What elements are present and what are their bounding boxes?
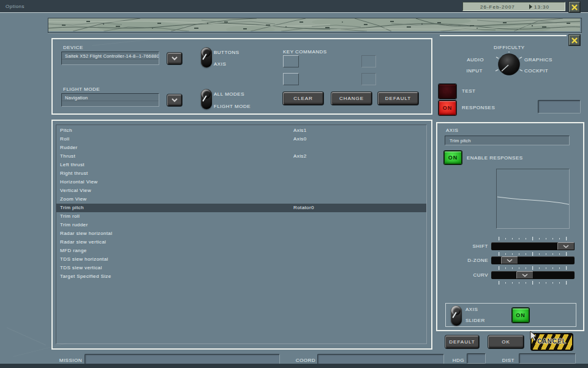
list-item[interactable]: Trim rudder (56, 221, 426, 229)
shift-slider[interactable] (491, 242, 575, 250)
test-button[interactable]: ON (439, 84, 456, 99)
flight-mode-label: FLIGHT MODE (63, 86, 100, 92)
flight-mode-dropdown-button[interactable] (167, 94, 182, 106)
list-item[interactable]: PitchAxis1 (56, 126, 426, 135)
list-item[interactable]: Radar slew horizontal (56, 229, 426, 238)
axis-panel-label: AXIS (446, 128, 458, 133)
axis-slider-on-button[interactable]: ON (512, 308, 529, 323)
key-command-slot-2[interactable] (283, 73, 299, 85)
list-item[interactable]: Radar slew vertical (56, 238, 426, 247)
curv-slider-handle[interactable] (516, 271, 533, 279)
chevron-down-icon (522, 274, 528, 277)
list-item[interactable]: RollAxis0 (56, 135, 426, 144)
axis-option-label: AXIS (214, 61, 226, 67)
response-curve-graph (496, 169, 570, 229)
clear-button[interactable]: CLEAR (283, 92, 323, 105)
response-curve-line (497, 197, 569, 205)
flight-mode-option-label: FLIGHT MODE (214, 104, 251, 109)
list-item[interactable]: MFD range (56, 247, 426, 255)
scratch-decoration (7, 328, 46, 345)
list-item-selected[interactable]: Trim pitchRotator0 (56, 204, 426, 212)
slider-ruler (499, 281, 567, 285)
chevron-down-icon (507, 259, 513, 263)
bottom-bar (0, 364, 588, 368)
key-command-slot-3[interactable] (361, 55, 376, 67)
list-item[interactable]: Trim roll (56, 212, 426, 221)
graphics-label: GRAPHICS (524, 57, 552, 63)
list-item[interactable]: Vertical View (56, 186, 426, 195)
mission-label: MISSION (55, 358, 82, 363)
buttons-axis-toggle[interactable] (201, 47, 212, 67)
key-default-button[interactable]: DEFAULT (378, 92, 418, 105)
list-item[interactable]: TDS slew vertical (56, 264, 426, 272)
responses-label: RESPONSES (462, 105, 495, 110)
list-item[interactable]: Horizontal View (56, 178, 426, 186)
slider-ruler (499, 237, 567, 240)
chevron-down-icon (171, 56, 178, 61)
axis-toggle-label: AXIS (466, 307, 478, 312)
list-item[interactable]: Target Specified Size (56, 272, 426, 281)
difficulty-title: DIFFICULTY (494, 45, 525, 50)
date-text: 26-Feb-2007 (480, 4, 515, 10)
dist-label: DIST (488, 358, 514, 363)
close-icon (571, 4, 578, 10)
device-select[interactable]: Saitek X52 Flight Controller-14-8--1-766… (61, 52, 159, 65)
chevron-down-icon (563, 245, 569, 248)
hdg-field[interactable] (467, 353, 486, 364)
change-button[interactable]: CHANGE (331, 92, 372, 105)
time-text: 13:30 (529, 4, 549, 10)
key-command-slot-1[interactable] (283, 55, 299, 67)
cockpit-label: COCKPIT (524, 68, 548, 74)
key-command-slot-4[interactable] (361, 73, 376, 85)
input-label: INPUT (463, 68, 483, 74)
map-strip (48, 18, 582, 33)
titlebar: Options 26-Feb-2007 13:30 (0, 0, 588, 13)
axis-list: PitchAxis1 RollAxis0 Rudder ThrustAxis2 … (56, 125, 427, 344)
divider-line (440, 35, 567, 36)
dzone-label: D-ZONE (461, 258, 488, 263)
buttons-label: BUTTONS (214, 50, 239, 55)
difficulty-knob[interactable] (469, 52, 549, 79)
window-title: Options (6, 4, 24, 9)
modes-toggle[interactable] (201, 89, 212, 109)
list-item[interactable]: ThrustAxis2 (56, 152, 426, 161)
key-commands-label: KEY COMMANDS (283, 49, 327, 55)
dzone-slider[interactable] (491, 256, 575, 264)
dzone-slider-handle[interactable] (501, 256, 518, 264)
list-item[interactable]: Right thrust (56, 169, 426, 178)
mission-field[interactable] (85, 354, 280, 364)
slider-toggle-label: SLIDER (466, 318, 485, 323)
dist-field[interactable] (519, 353, 576, 364)
datetime-display: 26-Feb-2007 13:30 (462, 2, 565, 11)
device-dropdown-button[interactable] (167, 53, 182, 64)
list-item[interactable]: TDS slew horizontal (56, 255, 426, 264)
default-button[interactable]: DEFAULT (445, 335, 479, 348)
chevron-down-icon (171, 98, 178, 102)
list-item[interactable]: Left thrust (56, 161, 426, 169)
curv-slider[interactable] (491, 271, 575, 279)
scratch-decoration (13, 343, 67, 357)
shift-slider-handle[interactable] (557, 242, 575, 250)
slider-ruler (499, 252, 567, 256)
coord-field[interactable] (317, 354, 444, 364)
device-panel: DEVICE Saitek X52 Flight Controller-14-8… (51, 38, 432, 115)
device-label: DEVICE (63, 45, 83, 50)
curv-label: CURV (461, 272, 488, 278)
axis-slider-subpanel: AXIS SLIDER ON (445, 303, 576, 327)
audio-label: AUDIO (464, 57, 484, 63)
list-item[interactable]: Rudder (56, 144, 426, 152)
ok-button[interactable]: OK (488, 335, 524, 348)
responses-readout (538, 100, 581, 113)
list-item[interactable]: Zoom View (56, 195, 426, 204)
shift-label: SHIFT (461, 243, 488, 249)
responses-button[interactable]: ON (439, 101, 456, 115)
slider-ruler (499, 266, 567, 270)
hdg-label: HDG (439, 358, 464, 363)
play-icon (529, 4, 532, 9)
enable-responses-button[interactable]: ON (444, 151, 462, 164)
axis-slider-toggle[interactable] (451, 305, 462, 326)
panel-close-button[interactable] (569, 35, 580, 45)
close-button[interactable] (569, 2, 580, 12)
axis-name-field: Trim pitch (445, 136, 570, 145)
flight-mode-select[interactable]: Navigation (61, 93, 159, 107)
